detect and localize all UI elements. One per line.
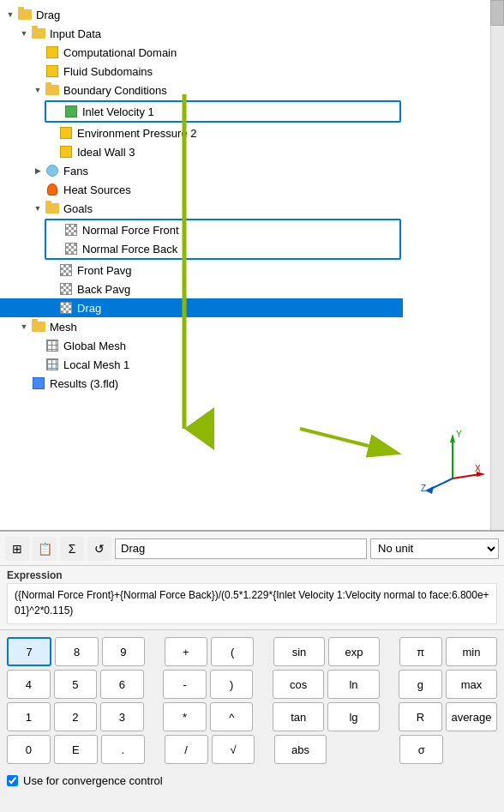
toolbar-btn-grid[interactable]: ⊞ <box>5 537 29 561</box>
tree-item-normal-force-front[interactable]: Normal Force Front <box>46 220 399 239</box>
calc-btn-g[interactable]: g <box>399 670 442 699</box>
calc-btn-3[interactable]: 3 <box>100 702 144 731</box>
unit-select[interactable]: No unit m/s Pa N <box>370 538 499 559</box>
expander-gm <box>31 339 45 352</box>
expander-nff <box>50 223 63 237</box>
svg-marker-11 <box>425 486 434 494</box>
tree-item-goals[interactable]: ▼ Goals <box>0 199 403 218</box>
expander-iv1 <box>50 105 63 118</box>
scrollbar-thumb[interactable] <box>490 0 504 26</box>
toolbar-btn-copy[interactable]: 📋 <box>33 537 57 561</box>
svg-line-10 <box>431 478 453 489</box>
calc-btn-5[interactable]: 5 <box>54 670 98 699</box>
undo-icon: ↺ <box>94 542 105 556</box>
calc-btn-exp[interactable]: exp <box>328 637 380 666</box>
calc-btn-multiply[interactable]: * <box>163 702 207 731</box>
calc-btn-e[interactable]: E <box>54 735 98 764</box>
tree-item-back-pavg[interactable]: Back Pavg <box>0 280 403 298</box>
calc-btn-plus[interactable]: + <box>165 637 207 666</box>
calc-btn-2[interactable]: 2 <box>54 702 98 731</box>
toolbar-btn-sigma[interactable]: Σ <box>60 537 84 561</box>
calc-btn-open-paren[interactable]: ( <box>211 637 254 666</box>
expander-goals[interactable]: ▼ <box>31 201 45 215</box>
ideal-wall-icon <box>58 144 74 159</box>
calc-btn-max[interactable]: max <box>446 670 497 699</box>
tree-label-results: Results (3.fld) <box>50 377 118 390</box>
expander-input-data[interactable]: ▼ <box>17 27 31 40</box>
goals-folder-icon <box>45 201 60 216</box>
bottom-toolbar: ⊞ 📋 Σ ↺ No unit m/s Pa N <box>0 532 504 566</box>
expression-text[interactable]: ({Normal Force Front}+{Normal Force Back… <box>7 583 497 624</box>
calc-btn-sigma[interactable]: σ <box>399 735 443 764</box>
tree-item-fluid-subdomains[interactable]: Fluid Subdomains <box>0 62 403 81</box>
axis-indicator: Y X Z <box>418 427 487 496</box>
calc-btn-8[interactable]: 8 <box>55 637 98 666</box>
tree-item-boundary-conditions[interactable]: ▼ Boundary Conditions <box>0 81 403 99</box>
calc-btn-r[interactable]: R <box>399 702 442 731</box>
calc-btn-ln[interactable]: ln <box>327 670 379 699</box>
copy-icon: 📋 <box>38 542 52 556</box>
expander-bp <box>45 282 58 296</box>
tree-item-mesh[interactable]: ▼ Mesh <box>0 317 403 336</box>
calc-btn-average[interactable]: average <box>446 702 497 731</box>
calc-row-3: 1 2 3 * ^ tan lg R average <box>7 702 497 731</box>
convergence-checkbox[interactable] <box>7 775 18 786</box>
calc-btn-9[interactable]: 9 <box>102 637 145 666</box>
expander-drag-root[interactable]: ▼ <box>3 8 17 21</box>
calc-btn-sqrt[interactable]: √ <box>212 735 255 764</box>
tree-item-results[interactable]: Results (3.fld) <box>0 374 403 393</box>
calc-btn-tan[interactable]: tan <box>273 702 324 731</box>
expander-fans[interactable]: ▶ <box>31 164 45 177</box>
tree-item-drag[interactable]: Drag <box>0 298 403 317</box>
tree-item-inlet-velocity-1[interactable]: Inlet Velocity 1 <box>46 102 399 121</box>
tree-item-heat-sources[interactable]: Heat Sources <box>0 180 403 199</box>
calc-btn-0[interactable]: 0 <box>7 735 51 764</box>
tree-item-comp-domain[interactable]: Computational Domain <box>0 43 403 62</box>
expander-drag <box>45 301 58 315</box>
calc-btn-4[interactable]: 4 <box>7 670 51 699</box>
goal-name-input[interactable] <box>115 538 367 559</box>
calc-btn-7[interactable]: 7 <box>7 637 51 666</box>
tree-label-drag: Drag <box>77 302 101 315</box>
calc-btn-power[interactable]: ^ <box>210 702 254 731</box>
calc-btn-min[interactable]: min <box>446 637 497 666</box>
expander-mesh[interactable]: ▼ <box>17 320 31 334</box>
tree-label-back-pavg: Back Pavg <box>77 283 130 296</box>
normal-force-front-icon <box>63 222 79 238</box>
expander-comp-domain <box>31 45 45 59</box>
expander-fp <box>45 263 58 277</box>
calc-btn-1[interactable]: 1 <box>7 702 51 731</box>
tree-item-global-mesh[interactable]: Global Mesh <box>0 336 403 355</box>
expander-bc[interactable]: ▼ <box>31 83 45 97</box>
calc-btn-pi[interactable]: π <box>399 637 442 666</box>
tree-item-front-pavg[interactable]: Front Pavg <box>0 261 403 280</box>
svg-line-3 <box>300 429 369 446</box>
calc-btn-abs[interactable]: abs <box>274 735 327 764</box>
tree-label-mesh: Mesh <box>50 321 77 334</box>
local-mesh-icon <box>45 357 60 372</box>
toolbar-btn-undo[interactable]: ↺ <box>87 537 111 561</box>
tree-item-env-pressure[interactable]: Environment Pressure 2 <box>0 123 403 142</box>
tree-item-drag-root[interactable]: ▼ Drag <box>0 5 403 24</box>
scrollbar-track[interactable] <box>490 0 504 532</box>
calc-btn-divide[interactable]: / <box>165 735 208 764</box>
domain-icon <box>45 45 60 60</box>
tree-item-normal-force-back[interactable]: Normal Force Back <box>46 239 399 258</box>
calc-btn-sin[interactable]: sin <box>273 637 325 666</box>
calc-btn-cos[interactable]: cos <box>273 670 324 699</box>
calc-btn-close-paren[interactable]: ) <box>210 670 254 699</box>
calc-btn-dot[interactable]: . <box>101 735 145 764</box>
tree-item-fans[interactable]: ▶ Fans <box>0 161 403 180</box>
front-pavg-icon <box>58 262 74 278</box>
tree-item-ideal-wall[interactable]: Ideal Wall 3 <box>0 142 403 161</box>
tree-label-boundary-conditions: Boundary Conditions <box>63 84 167 97</box>
fluid-icon <box>45 63 60 79</box>
calc-btn-6[interactable]: 6 <box>100 670 144 699</box>
calc-btn-minus[interactable]: - <box>163 670 207 699</box>
expander-fluid <box>31 64 45 78</box>
folder-icon <box>17 7 33 22</box>
tree-item-input-data[interactable]: ▼ Input Data <box>0 24 403 43</box>
tree-item-local-mesh[interactable]: Local Mesh 1 <box>0 355 403 374</box>
calc-btn-lg[interactable]: lg <box>327 702 379 731</box>
calc-row-2: 4 5 6 - ) cos ln g max <box>7 670 497 699</box>
